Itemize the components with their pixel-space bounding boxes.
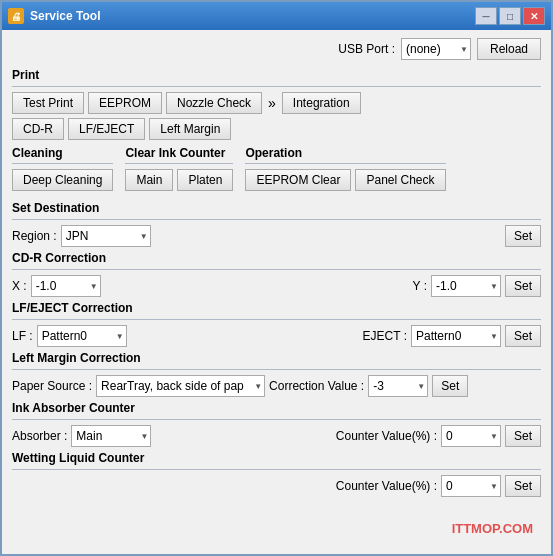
left-margin-section: Left Margin Correction Paper Source : Re…	[12, 351, 541, 397]
counter-value-label: Counter Value(%) :	[336, 429, 437, 443]
lf-eject-divider	[12, 319, 541, 320]
lf-eject-set-button[interactable]: Set	[505, 325, 541, 347]
title-bar: 🖨 Service Tool ─ □ ✕	[2, 2, 551, 30]
main-button[interactable]: Main	[125, 169, 173, 191]
y-select[interactable]: -1.0	[431, 275, 501, 297]
lf-wrapper: Pattern0 ▼	[37, 325, 127, 347]
lf-select[interactable]: Pattern0	[37, 325, 127, 347]
middle-sections: Cleaning Deep Cleaning Clear Ink Counter…	[12, 146, 541, 195]
eject-wrapper: Pattern0 ▼	[411, 325, 501, 347]
correction-value-select[interactable]: -3	[368, 375, 428, 397]
cdr-button[interactable]: CD-R	[12, 118, 64, 140]
cdr-row: X : -1.0 ▼ Y : -1.0 ▼ Set	[12, 275, 541, 297]
x-wrapper: -1.0 ▼	[31, 275, 101, 297]
print-row-2: CD-R LF/EJECT Left Margin	[12, 118, 541, 140]
operation-row: EEPROM Clear Panel Check	[245, 169, 445, 191]
left-margin-row: Paper Source : RearTray, back side of pa…	[12, 375, 541, 397]
wetting-liquid-label: Wetting Liquid Counter	[12, 451, 541, 465]
eeprom-button[interactable]: EEPROM	[88, 92, 162, 114]
left-margin-set-button[interactable]: Set	[432, 375, 468, 397]
absorber-counter-wrapper: 0 ▼	[441, 425, 501, 447]
clear-ink-section: Clear Ink Counter Main Platen	[125, 146, 233, 195]
eject-label: EJECT :	[363, 329, 407, 343]
eject-select[interactable]: Pattern0	[411, 325, 501, 347]
ink-absorber-row: Absorber : Main ▼ Counter Value(%) : 0 ▼…	[12, 425, 541, 447]
cdr-divider	[12, 269, 541, 270]
reload-button[interactable]: Reload	[477, 38, 541, 60]
operation-label: Operation	[245, 146, 445, 160]
print-divider	[12, 86, 541, 87]
usb-label: USB Port :	[338, 42, 395, 56]
set-destination-label: Set Destination	[12, 201, 541, 215]
y-wrapper: -1.0 ▼	[431, 275, 501, 297]
cleaning-section: Cleaning Deep Cleaning	[12, 146, 113, 195]
wetting-liquid-divider	[12, 469, 541, 470]
test-print-button[interactable]: Test Print	[12, 92, 84, 114]
set-destination-divider	[12, 219, 541, 220]
cleaning-label: Cleaning	[12, 146, 113, 160]
ink-absorber-label: Ink Absorber Counter	[12, 401, 541, 415]
print-section: Print Test Print EEPROM Nozzle Check » I…	[12, 68, 541, 140]
region-select[interactable]: JPN	[61, 225, 151, 247]
set-destination-set-button[interactable]: Set	[505, 225, 541, 247]
window-controls: ─ □ ✕	[475, 7, 545, 25]
lf-eject-row: LF : Pattern0 ▼ EJECT : Pattern0 ▼ Set	[12, 325, 541, 347]
lf-eject-label: LF/EJECT Correction	[12, 301, 541, 315]
window-title: Service Tool	[30, 9, 475, 23]
paper-source-select[interactable]: RearTray, back side of pap	[96, 375, 265, 397]
operation-section: Operation EEPROM Clear Panel Check	[245, 146, 445, 195]
set-destination-section: Set Destination Region : JPN ▼ Set	[12, 201, 541, 247]
left-margin-button[interactable]: Left Margin	[149, 118, 231, 140]
left-margin-divider	[12, 369, 541, 370]
correction-value-label: Correction Value :	[269, 379, 364, 393]
cleaning-row: Deep Cleaning	[12, 169, 113, 191]
integration-button[interactable]: Integration	[282, 92, 361, 114]
wetting-liquid-section: Wetting Liquid Counter Counter Value(%) …	[12, 451, 541, 497]
deep-cleaning-button[interactable]: Deep Cleaning	[12, 169, 113, 191]
wetting-counter-select[interactable]: 0	[441, 475, 501, 497]
minimize-button[interactable]: ─	[475, 7, 497, 25]
print-label: Print	[12, 68, 541, 82]
usb-row: USB Port : (none) ▼ Reload	[12, 38, 541, 60]
app-icon: 🖨	[8, 8, 24, 24]
clear-ink-label: Clear Ink Counter	[125, 146, 233, 160]
paper-source-label: Paper Source :	[12, 379, 92, 393]
ink-absorber-divider	[12, 419, 541, 420]
left-margin-label: Left Margin Correction	[12, 351, 541, 365]
arrow-icon: »	[266, 95, 278, 111]
clear-ink-row: Main Platen	[125, 169, 233, 191]
set-destination-row: Region : JPN ▼ Set	[12, 225, 541, 247]
lf-eject-section: LF/EJECT Correction LF : Pattern0 ▼ EJEC…	[12, 301, 541, 347]
absorber-wrapper: Main ▼	[71, 425, 151, 447]
absorber-counter-select[interactable]: 0	[441, 425, 501, 447]
nozzle-check-button[interactable]: Nozzle Check	[166, 92, 262, 114]
cdr-correction-label: CD-R Correction	[12, 251, 541, 265]
platen-button[interactable]: Platen	[177, 169, 233, 191]
cleaning-divider	[12, 163, 113, 164]
x-label: X :	[12, 279, 27, 293]
x-select[interactable]: -1.0	[31, 275, 101, 297]
lf-eject-button[interactable]: LF/EJECT	[68, 118, 145, 140]
correction-value-wrapper: -3 ▼	[368, 375, 428, 397]
print-row-1: Test Print EEPROM Nozzle Check » Integra…	[12, 92, 541, 114]
cdr-correction-section: CD-R Correction X : -1.0 ▼ Y : -1.0 ▼	[12, 251, 541, 297]
ink-absorber-section: Ink Absorber Counter Absorber : Main ▼ C…	[12, 401, 541, 447]
cdr-set-button[interactable]: Set	[505, 275, 541, 297]
region-label: Region :	[12, 229, 57, 243]
ink-absorber-set-button[interactable]: Set	[505, 425, 541, 447]
clear-ink-divider	[125, 163, 233, 164]
close-button[interactable]: ✕	[523, 7, 545, 25]
absorber-select[interactable]: Main	[71, 425, 151, 447]
wetting-set-button[interactable]: Set	[505, 475, 541, 497]
absorber-label: Absorber :	[12, 429, 67, 443]
panel-check-button[interactable]: Panel Check	[355, 169, 445, 191]
usb-port-select[interactable]: (none)	[401, 38, 471, 60]
usb-port-wrapper: (none) ▼	[401, 38, 471, 60]
paper-source-wrapper: RearTray, back side of pap ▼	[96, 375, 265, 397]
lf-label: LF :	[12, 329, 33, 343]
wetting-counter-label: Counter Value(%) :	[336, 479, 437, 493]
eeprom-clear-button[interactable]: EEPROM Clear	[245, 169, 351, 191]
wetting-liquid-row: Counter Value(%) : 0 ▼ Set	[12, 475, 541, 497]
y-label: Y :	[413, 279, 427, 293]
maximize-button[interactable]: □	[499, 7, 521, 25]
